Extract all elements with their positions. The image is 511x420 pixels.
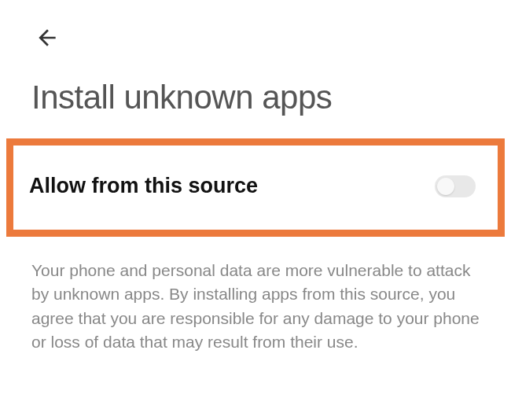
settings-screen: Install unknown apps Allow from this sou… bbox=[0, 0, 511, 355]
header bbox=[0, 0, 511, 53]
warning-text: Your phone and personal data are more vu… bbox=[0, 237, 511, 355]
allow-source-toggle[interactable] bbox=[435, 175, 476, 197]
arrow-left-icon bbox=[35, 25, 60, 50]
allow-source-row[interactable]: Allow from this source bbox=[6, 138, 505, 237]
toggle-knob bbox=[437, 178, 454, 195]
toggle-label: Allow from this source bbox=[29, 174, 258, 198]
page-title: Install unknown apps bbox=[0, 53, 511, 138]
back-button[interactable] bbox=[31, 22, 63, 53]
